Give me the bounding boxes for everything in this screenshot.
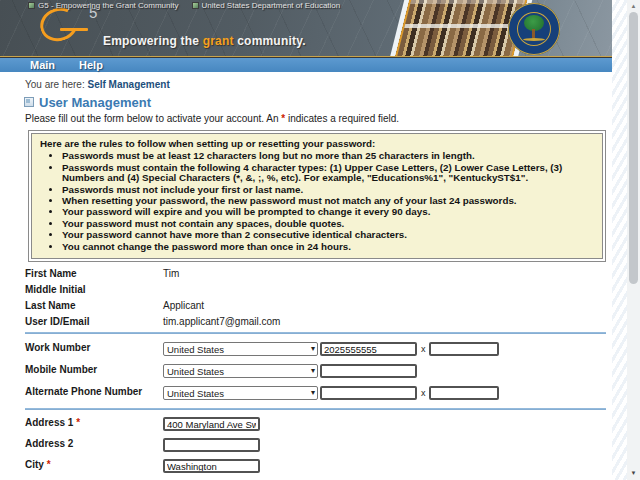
mobile-number-row: Mobile Number United States ▾ (0, 364, 612, 378)
us-department-of-education-seal-icon (508, 3, 560, 55)
tab-label: G5 - Empowering the Grant Community (38, 1, 179, 10)
first-name-label: First Name (25, 268, 163, 279)
required-star: * (76, 417, 80, 428)
work-number-label: Work Number (25, 342, 163, 353)
user-id-label: User ID/Email (25, 316, 163, 327)
address-section: Address 1 * Address 2 City * (0, 417, 612, 480)
g5-logo-icon (60, 28, 88, 31)
password-rule: When resetting your password, the new pa… (62, 196, 594, 206)
profile-section: First Name Tim Middle Initial Last Name … (0, 268, 612, 329)
last-name-label: Last Name (25, 300, 163, 311)
page-icon (28, 2, 35, 9)
alternate-number-row: Alternate Phone Number United States ▾ x (0, 386, 612, 400)
instruction-text: Please fill out the form below to activa… (25, 113, 612, 125)
work-extension-input[interactable] (429, 342, 499, 356)
instruction-pre: Please fill out the form below to activa… (25, 113, 281, 124)
scroll-down-icon[interactable]: ▼ (627, 469, 640, 477)
extension-separator: x (421, 344, 426, 354)
page-gutter (612, 0, 627, 480)
window-tab-strip: G5 - Empowering the Grant Community Unit… (28, 1, 340, 10)
password-rules-inner: Here are the rules to follow when settin… (31, 133, 603, 259)
scroll-up-icon[interactable]: ▲ (627, 2, 640, 10)
address1-label-text: Address 1 (25, 417, 73, 428)
nav-item-help[interactable]: Help (79, 58, 103, 72)
password-rule: Passwords must be at least 12 characters… (62, 151, 594, 161)
tagline-accent: grant (203, 34, 234, 48)
tab-label: United States Department of Education (202, 1, 341, 10)
work-country-select[interactable]: United States (163, 342, 318, 356)
city-label-text: City (25, 459, 44, 470)
seal-ground (523, 38, 545, 41)
city-label: City * (25, 459, 163, 470)
main-navbar: Main Help (0, 57, 612, 72)
tab-us-dept-education[interactable]: United States Department of Education (192, 1, 341, 10)
password-rules-list: Passwords must be at least 12 characters… (62, 151, 594, 252)
mobile-number-input[interactable] (320, 364, 417, 378)
g5-user-management-page: G5 - Empowering the Grant Community Unit… (0, 0, 640, 480)
breadcrumb-prefix: You are here: (25, 79, 85, 90)
breadcrumb: You are here: Self Management (25, 79, 612, 90)
breadcrumb-link-self-management[interactable]: Self Management (87, 79, 169, 90)
password-rule: You cannot change the password more than… (62, 242, 594, 252)
address2-input[interactable] (163, 438, 260, 452)
middle-initial-label: Middle Initial (25, 284, 163, 295)
tagline-pre: Empowering the (103, 34, 203, 48)
alternate-number-input[interactable] (320, 386, 417, 400)
instruction-post: indicates a required field. (285, 113, 399, 124)
password-rule: Your password will expire and you will b… (62, 207, 594, 217)
last-name-value: Applicant (163, 300, 204, 311)
main-column: G5 - Empowering the Grant Community Unit… (0, 0, 612, 480)
first-name-row: First Name Tim (0, 268, 612, 281)
city-input[interactable] (163, 459, 260, 473)
work-country-select-wrap: United States ▾ (163, 342, 318, 356)
section-icon (24, 97, 34, 107)
vertical-scrollbar[interactable]: ▲ ▼ (627, 0, 640, 480)
address1-row: Address 1 * (0, 417, 612, 431)
scrollbar-thumb[interactable] (629, 12, 638, 284)
address1-input[interactable] (163, 417, 260, 431)
password-rule: Your password cannot have more than 2 co… (62, 230, 594, 240)
password-rule: Your password must not contain any space… (62, 219, 594, 229)
work-number-input[interactable] (320, 342, 417, 356)
phone-section: Work Number United States ▾ x Mobile Num… (0, 342, 612, 400)
address2-label: Address 2 (25, 438, 163, 449)
alternate-extension-input[interactable] (429, 386, 499, 400)
password-rule: Passwords must contain the following 4 c… (62, 163, 594, 184)
alternate-country-select-wrap: United States ▾ (163, 386, 318, 400)
city-row: City * (0, 459, 612, 473)
address2-label-text: Address 2 (25, 438, 73, 449)
banner-tagline: Empowering the grant community. (103, 34, 306, 48)
first-name-value: Tim (163, 268, 179, 279)
alternate-country-select[interactable]: United States (163, 386, 318, 400)
user-id-row: User ID/Email tim.applicant7@gmail.com (0, 316, 612, 329)
extension-separator: x (421, 388, 426, 398)
mobile-country-select[interactable]: United States (163, 364, 318, 378)
mobile-country-select-wrap: United States ▾ (163, 364, 318, 378)
tab-g5-community[interactable]: G5 - Empowering the Grant Community (28, 1, 179, 10)
nav-item-main[interactable]: Main (30, 58, 55, 72)
page-title-row: User Management (24, 95, 612, 109)
password-rule: Passwords must not include your first or… (62, 185, 594, 195)
middle-initial-row: Middle Initial (0, 284, 612, 297)
alternate-number-label: Alternate Phone Number (25, 386, 163, 397)
password-rules-box: Here are the rules to follow when settin… (28, 130, 606, 262)
page-title: User Management (39, 95, 151, 110)
section-divider (25, 408, 606, 410)
address2-row: Address 2 (0, 438, 612, 452)
tagline-post: community. (234, 34, 306, 48)
work-number-row: Work Number United States ▾ x (0, 342, 612, 356)
required-star: * (47, 459, 51, 470)
user-id-value: tim.applicant7@gmail.com (163, 316, 280, 327)
banner: G5 - Empowering the Grant Community Unit… (0, 0, 612, 57)
section-divider (25, 332, 606, 334)
password-rules-title: Here are the rules to follow when settin… (40, 139, 594, 149)
address1-label: Address 1 * (25, 417, 163, 428)
page-icon (192, 2, 199, 9)
last-name-row: Last Name Applicant (0, 300, 612, 313)
mobile-number-label: Mobile Number (25, 364, 163, 375)
